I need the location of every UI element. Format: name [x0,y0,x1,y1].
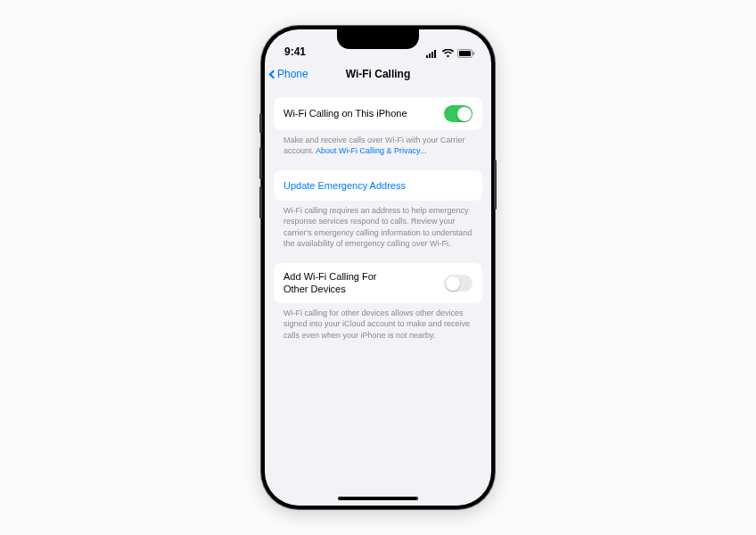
wifi-calling-footer: Make and receive calls over Wi-Fi with y… [274,130,482,156]
wifi-calling-this-iphone-row[interactable]: Wi-Fi Calling on This iPhone [274,97,482,130]
other-devices-label: Add Wi-Fi Calling For Other Devices [284,271,399,296]
phone-screen: 9:41 Phone Wi-Fi Calling [265,29,491,506]
page-title: Wi-Fi Calling [346,68,411,80]
home-indicator[interactable] [338,497,418,500]
status-time: 9:41 [284,45,306,58]
wifi-calling-toggle[interactable] [444,105,472,122]
volume-down-button [259,186,262,218]
nav-bar: Phone Wi-Fi Calling [265,60,491,88]
chevron-left-icon [269,70,278,78]
wifi-calling-group: Wi-Fi Calling on This iPhone Make and re… [274,97,482,156]
other-devices-group: Add Wi-Fi Calling For Other Devices Wi-F… [274,263,482,341]
svg-rect-3 [434,50,436,58]
cellular-signal-icon [426,49,439,58]
add-wifi-calling-other-devices-row[interactable]: Add Wi-Fi Calling For Other Devices [274,263,482,304]
wifi-icon [442,49,454,58]
emergency-footer: Wi-Fi calling requires an address to hel… [274,201,482,249]
emergency-group: Update Emergency Address Wi-Fi calling r… [274,170,482,249]
volume-up-button [259,147,262,179]
notch [337,29,419,49]
wifi-calling-label: Wi-Fi Calling on This iPhone [284,108,407,120]
wifi-calling-privacy-link[interactable]: About Wi-Fi Calling & Privacy... [316,146,426,155]
svg-rect-0 [426,55,428,58]
svg-rect-1 [429,54,431,58]
phone-frame: 9:41 Phone Wi-Fi Calling [261,26,495,509]
update-emergency-address-row[interactable]: Update Emergency Address [274,170,482,201]
back-button[interactable]: Phone [270,68,308,80]
svg-rect-5 [459,51,471,56]
settings-content: Wi-Fi Calling on This iPhone Make and re… [265,88,491,341]
power-button [494,160,497,210]
svg-rect-6 [473,52,475,55]
battery-icon [457,49,475,58]
other-devices-footer: Wi-Fi calling for other devices allows o… [274,303,482,340]
status-right [426,49,475,58]
update-emergency-address-label: Update Emergency Address [284,180,406,191]
other-devices-toggle[interactable] [444,275,472,292]
back-label: Phone [277,68,308,80]
mute-switch [259,113,262,133]
svg-rect-2 [431,52,433,58]
